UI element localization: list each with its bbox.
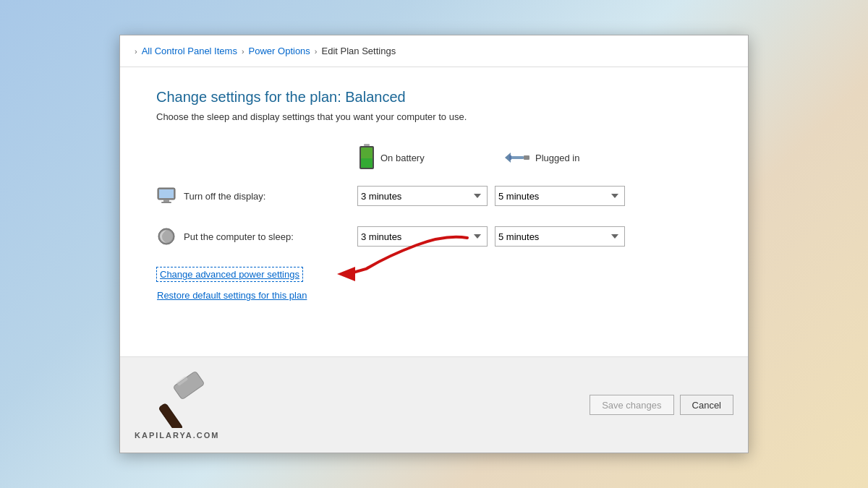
breadcrumb-bar: › All Control Panel Items › Power Option…: [120, 35, 748, 67]
save-changes-button[interactable]: Save changes: [590, 395, 673, 415]
plugged-label: Plugged in: [535, 153, 579, 163]
svg-rect-16: [173, 371, 205, 400]
main-content: Change settings for the plan: Balanced C…: [120, 67, 748, 356]
svg-rect-15: [158, 403, 183, 428]
breadcrumb-arrow-0: ›: [135, 47, 137, 56]
battery-label: On battery: [380, 153, 425, 163]
breadcrumb-arrow-2: ›: [315, 47, 318, 56]
sleep-setting-row: Put the computer to sleep: 1 minute 2 mi…: [156, 223, 712, 249]
restore-default-link[interactable]: Restore default settings for this plan: [156, 289, 712, 301]
page-title: Change settings for the plan: Balanced: [156, 89, 712, 106]
sleep-icon: [156, 226, 176, 247]
breadcrumb-power-options[interactable]: Power Options: [249, 46, 310, 56]
breadcrumb-all-control-panel[interactable]: All Control Panel Items: [142, 46, 237, 56]
battery-icon: [359, 144, 375, 171]
sleep-setting-selects: 1 minute 2 minutes 3 minutes 5 minutes 1…: [357, 226, 625, 247]
plug-icon: [503, 150, 529, 166]
sleep-plugged-select[interactable]: 1 minute 2 minutes 3 minutes 5 minutes 1…: [495, 226, 625, 247]
breadcrumb-arrow-1: ›: [242, 47, 244, 56]
watermark: KAPILARYA.COM: [135, 431, 219, 440]
sleep-battery-select[interactable]: 1 minute 2 minutes 3 minutes 5 minutes 1…: [357, 226, 488, 247]
display-setting-row: Turn off the display: 1 minute 2 minutes…: [156, 183, 712, 209]
svg-rect-0: [364, 144, 370, 146]
breadcrumb-current: Edit Plan Settings: [322, 46, 396, 56]
bottom-bar-content: KAPILARYA.COM Save changes Cancel: [135, 370, 733, 440]
page-subtitle: Choose the sleep and display settings th…: [156, 111, 712, 122]
svg-rect-9: [159, 189, 174, 198]
sleep-setting-label: Put the computer to sleep:: [184, 231, 357, 242]
advanced-power-settings-link[interactable]: Change advanced power settings: [156, 267, 303, 282]
links-section: Change advanced power settings Restore d…: [156, 267, 712, 301]
svg-rect-11: [161, 202, 171, 203]
window: › All Control Panel Items › Power Option…: [119, 35, 749, 453]
battery-column-header: On battery: [359, 144, 503, 171]
plugged-column-header: Plugged in: [503, 150, 648, 166]
hammer-wrap: KAPILARYA.COM: [135, 370, 219, 440]
cancel-button[interactable]: Cancel: [680, 395, 733, 415]
display-setting-selects: 1 minute 2 minutes 3 minutes 5 minutes 1…: [357, 186, 625, 206]
hammer-icon: [145, 370, 210, 428]
svg-rect-5: [511, 156, 524, 159]
monitor-icon: [156, 186, 176, 206]
svg-rect-10: [163, 200, 169, 202]
svg-rect-3: [361, 158, 373, 168]
display-plugged-select[interactable]: 1 minute 2 minutes 3 minutes 5 minutes 1…: [495, 186, 625, 206]
display-setting-label: Turn off the display:: [184, 191, 357, 202]
svg-marker-14: [337, 267, 355, 281]
button-group: Save changes Cancel: [590, 395, 733, 415]
svg-rect-7: [509, 155, 511, 160]
svg-rect-4: [524, 155, 529, 160]
column-headers: On battery Plugged in: [359, 144, 712, 171]
bottom-bar: KAPILARYA.COM Save changes Cancel: [120, 356, 748, 453]
display-battery-select[interactable]: 1 minute 2 minutes 3 minutes 5 minutes 1…: [357, 186, 488, 206]
